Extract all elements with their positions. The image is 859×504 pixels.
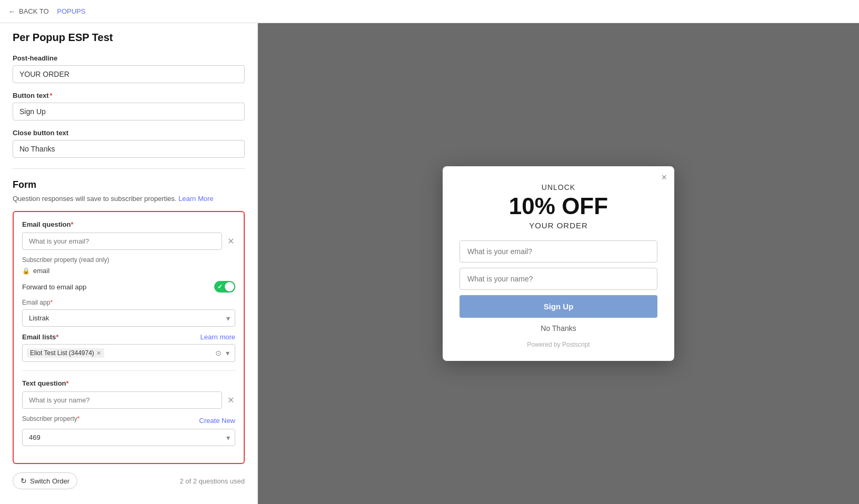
back-label: BACK TO bbox=[19, 7, 49, 15]
email-lists-group: Email lists* Learn more Eliot Test List … bbox=[22, 333, 235, 362]
text-question-input-row: ✕ bbox=[22, 391, 235, 409]
email-app-select-wrapper: Listrak bbox=[22, 309, 235, 327]
switch-order-button[interactable]: ↻ Switch Order bbox=[13, 472, 77, 489]
email-question-input-row: ✕ bbox=[22, 233, 235, 250]
divider bbox=[13, 168, 245, 169]
text-question-label: Text question* bbox=[22, 379, 235, 387]
email-lists-learn-more-link[interactable]: Learn more bbox=[201, 333, 235, 341]
subscriber-property-select-wrapper: 469 bbox=[22, 429, 235, 446]
text-question-input[interactable] bbox=[22, 391, 222, 409]
toggle-check-icon: ✓ bbox=[217, 283, 223, 290]
email-list-tag-remove[interactable]: ✕ bbox=[96, 350, 101, 357]
popup-powered-by: Powered by Postscript bbox=[460, 341, 657, 348]
back-arrow-icon: ← bbox=[8, 7, 16, 16]
popup-your-order-text: YOUR ORDER bbox=[460, 221, 657, 230]
form-learn-more-link[interactable]: Learn More bbox=[178, 195, 213, 203]
email-question-input[interactable] bbox=[22, 233, 222, 250]
left-panel: Per Popup ESP Test Post-headline Button … bbox=[0, 23, 258, 504]
questions-container: Email question* ✕ Subscriber property (r… bbox=[13, 211, 245, 464]
lock-icon: 🔒 bbox=[22, 267, 30, 275]
popup-unlock-text: UNLOCK bbox=[460, 183, 657, 191]
popups-link-label: POPUPS bbox=[57, 7, 85, 15]
tag-select-icons: ⊙ ▾ bbox=[214, 348, 231, 358]
close-button-text-input[interactable] bbox=[13, 140, 245, 158]
email-question-block: Email question* ✕ Subscriber property (r… bbox=[22, 220, 235, 362]
forward-to-email-toggle[interactable]: ✓ bbox=[214, 281, 235, 293]
close-button-text-label: Close button text bbox=[13, 129, 245, 137]
close-button-text-group: Close button text bbox=[13, 129, 245, 158]
text-subscriber-property-label: Subscriber property* bbox=[22, 415, 79, 422]
email-lists-header: Email lists* Learn more bbox=[22, 333, 235, 341]
form-section-desc: Question responses will save to subscrib… bbox=[13, 195, 245, 203]
create-new-link[interactable]: Create New bbox=[199, 417, 235, 425]
form-section-title: Form bbox=[13, 179, 245, 190]
forward-to-email-label: Forward to email app bbox=[22, 283, 86, 291]
text-question-clear-btn[interactable]: ✕ bbox=[226, 394, 235, 406]
popup-name-input[interactable] bbox=[460, 268, 657, 290]
post-headline-group: Post-headline bbox=[13, 54, 245, 83]
email-list-tag-select[interactable]: Eliot Test List (344974) ✕ ⊙ ▾ bbox=[22, 344, 235, 362]
text-question-block: Text question* ✕ Subscriber property* Cr… bbox=[22, 370, 235, 446]
subscriber-property-group: Subscriber property (read only) 🔒 email bbox=[22, 256, 235, 275]
popup-no-thanks[interactable]: No Thanks bbox=[460, 324, 657, 332]
post-headline-label: Post-headline bbox=[13, 54, 245, 62]
page-title: Per Popup ESP Test bbox=[13, 32, 245, 44]
popup-email-input[interactable] bbox=[460, 240, 657, 263]
text-subscriber-prop-header: Subscriber property* Create New bbox=[22, 415, 235, 426]
subscriber-property-label: Subscriber property (read only) bbox=[22, 256, 235, 264]
email-question-clear-btn[interactable]: ✕ bbox=[226, 235, 235, 247]
email-lists-label: Email lists* bbox=[22, 333, 58, 341]
tag-chevron-icon[interactable]: ▾ bbox=[225, 348, 231, 358]
email-list-tag: Eliot Test List (344974) ✕ bbox=[27, 348, 104, 358]
switch-order-label: Switch Order bbox=[30, 477, 69, 485]
button-text-label: Button text* bbox=[13, 92, 245, 99]
forward-to-email-toggle-row: Forward to email app ✓ bbox=[22, 281, 235, 293]
post-headline-input[interactable] bbox=[13, 65, 245, 83]
back-link[interactable]: ← BACK TO POPUPS bbox=[8, 7, 85, 16]
right-panel: × UNLOCK 10% OFF YOUR ORDER Sign Up No T… bbox=[258, 23, 859, 504]
button-text-input[interactable] bbox=[13, 103, 245, 120]
button-text-group: Button text* bbox=[13, 92, 245, 120]
subscriber-property-value: 🔒 email bbox=[22, 267, 235, 275]
popup-close-button[interactable]: × bbox=[661, 173, 667, 182]
questions-count: 2 of 2 questions used bbox=[179, 477, 245, 485]
popup-signup-button[interactable]: Sign Up bbox=[460, 295, 657, 318]
switch-order-icon: ↻ bbox=[21, 477, 27, 485]
email-app-group: Email app* Listrak bbox=[22, 299, 235, 327]
email-app-select[interactable]: Listrak bbox=[22, 309, 235, 327]
main-layout: Per Popup ESP Test Post-headline Button … bbox=[0, 23, 859, 504]
popup-discount-text: 10% OFF bbox=[460, 194, 657, 219]
subscriber-property-select[interactable]: 469 bbox=[22, 429, 235, 446]
top-nav: ← BACK TO POPUPS bbox=[0, 0, 859, 23]
email-question-label: Email question* bbox=[22, 220, 235, 228]
bottom-row: ↻ Switch Order 2 of 2 questions used bbox=[13, 472, 245, 489]
text-subscriber-property-group: Subscriber property* Create New 469 bbox=[22, 415, 235, 446]
popup-modal: × UNLOCK 10% OFF YOUR ORDER Sign Up No T… bbox=[443, 166, 674, 361]
tag-settings-icon[interactable]: ⊙ bbox=[214, 348, 223, 358]
email-app-label: Email app* bbox=[22, 299, 235, 306]
